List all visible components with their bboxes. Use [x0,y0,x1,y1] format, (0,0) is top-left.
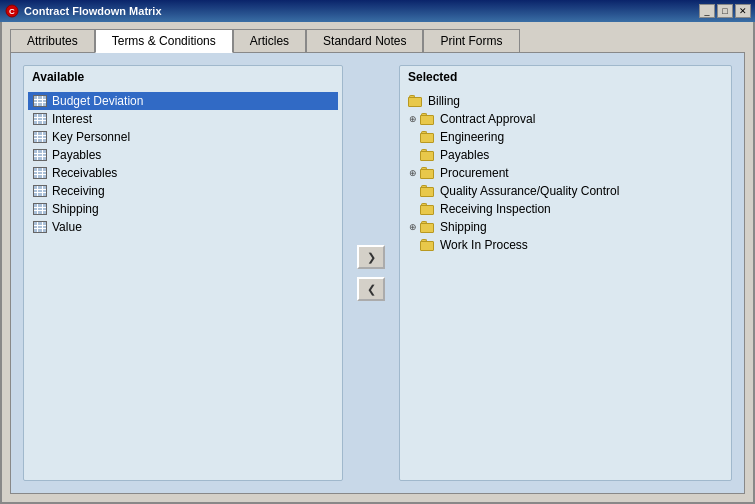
available-header: Available [24,66,342,88]
grid-icon [32,94,48,108]
list-item[interactable]: Billing [404,92,727,110]
list-item-label: Procurement [440,166,509,180]
selected-list: Billing ⊕ Contract Approval [400,88,731,480]
list-item[interactable]: Quality Assurance/Quality Control [404,182,727,200]
folder-icon [420,184,436,198]
grid-icon [32,220,48,234]
list-item-label: Engineering [440,130,504,144]
tab-print-forms[interactable]: Print Forms [423,29,519,53]
list-item-label: Budget Deviation [52,94,143,108]
expand-icon: ⊕ [408,168,418,178]
content-area: Available Budget Deviation [10,52,745,494]
list-item[interactable]: Work In Process [404,236,727,254]
available-panel: Available Budget Deviation [23,65,343,481]
list-item[interactable]: Receiving [28,182,338,200]
folder-icon [420,130,436,144]
selected-header: Selected [400,66,731,88]
list-item[interactable]: Value [28,218,338,236]
list-item-label: Receiving Inspection [440,202,551,216]
transfer-buttons: ❯ ❮ [351,65,391,481]
list-item-label: Value [52,220,82,234]
tab-attributes[interactable]: Attributes [10,29,95,53]
list-item-label: Receivables [52,166,117,180]
folder-icon [408,94,424,108]
grid-icon [32,130,48,144]
list-item-label: Shipping [440,220,487,234]
folder-icon [420,220,436,234]
list-item-label: Shipping [52,202,99,216]
maximize-button[interactable]: □ [717,4,733,18]
available-list: Budget Deviation Interest [24,88,342,480]
list-item[interactable]: ⊕ Procurement [404,164,727,182]
list-item-label: Interest [52,112,92,126]
grid-icon [32,184,48,198]
list-item-label: Quality Assurance/Quality Control [440,184,619,198]
list-item[interactable]: Budget Deviation [28,92,338,110]
app-icon: C [4,3,20,19]
list-item[interactable]: Receivables [28,164,338,182]
folder-icon [420,238,436,252]
list-item-label: Payables [52,148,101,162]
tab-terms-conditions[interactable]: Terms & Conditions [95,29,233,53]
tab-articles[interactable]: Articles [233,29,306,53]
minimize-button[interactable]: _ [699,4,715,18]
list-item[interactable]: Shipping [28,200,338,218]
folder-icon [420,112,436,126]
grid-icon [32,148,48,162]
list-item-label: Contract Approval [440,112,535,126]
folder-icon [420,148,436,162]
expand-icon: ⊕ [408,114,418,124]
tab-standard-notes[interactable]: Standard Notes [306,29,423,53]
main-window: Attributes Terms & Conditions Articles S… [0,22,755,504]
folder-icon [420,202,436,216]
list-item[interactable]: Receiving Inspection [404,200,727,218]
grid-icon [32,112,48,126]
list-item[interactable]: ⊕ Contract Approval [404,110,727,128]
expand-icon: ⊕ [408,222,418,232]
list-item[interactable]: Engineering [404,128,727,146]
close-button[interactable]: ✕ [735,4,751,18]
title-bar: C Contract Flowdown Matrix _ □ ✕ [0,0,755,22]
svg-text:C: C [9,7,15,16]
grid-icon [32,202,48,216]
grid-icon [32,166,48,180]
panels-container: Available Budget Deviation [23,65,732,481]
list-item-label: Key Personnel [52,130,130,144]
window-title: Contract Flowdown Matrix [24,5,699,17]
list-item[interactable]: Key Personnel [28,128,338,146]
list-item-label: Work In Process [440,238,528,252]
remove-button[interactable]: ❮ [357,277,385,301]
tab-bar: Attributes Terms & Conditions Articles S… [2,22,753,52]
selected-panel: Selected Billing ⊕ [399,65,732,481]
list-item[interactable]: ⊕ Shipping [404,218,727,236]
list-item-label: Payables [440,148,489,162]
list-item-label: Receiving [52,184,105,198]
list-item[interactable]: Interest [28,110,338,128]
add-button[interactable]: ❯ [357,245,385,269]
list-item-label: Billing [428,94,460,108]
window-controls: _ □ ✕ [699,4,751,18]
folder-icon [420,166,436,180]
list-item[interactable]: Payables [28,146,338,164]
list-item[interactable]: Payables [404,146,727,164]
